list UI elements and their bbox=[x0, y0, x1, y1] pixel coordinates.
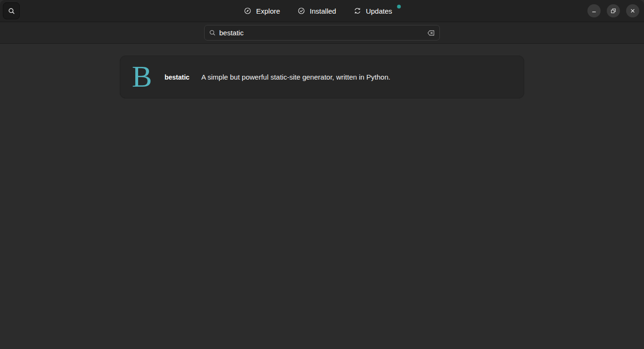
tab-explore[interactable]: Explore bbox=[239, 3, 285, 19]
search-icon bbox=[209, 29, 216, 36]
close-button[interactable] bbox=[626, 4, 639, 17]
tab-installed[interactable]: Installed bbox=[292, 3, 341, 19]
tab-updates[interactable]: Updates bbox=[348, 3, 405, 19]
minimize-icon bbox=[590, 7, 598, 15]
restore-button[interactable] bbox=[607, 4, 620, 17]
app-summary: A simple but powerful static-site genera… bbox=[201, 73, 390, 81]
backspace-icon bbox=[427, 29, 435, 37]
tab-updates-label: Updates bbox=[366, 7, 392, 15]
tab-installed-label: Installed bbox=[310, 7, 336, 15]
search-toggle-button[interactable] bbox=[3, 2, 20, 19]
search-entry[interactable] bbox=[204, 25, 440, 41]
check-circle-icon bbox=[297, 7, 305, 15]
updates-badge-dot bbox=[397, 5, 401, 8]
restore-icon bbox=[610, 7, 617, 15]
search-input[interactable] bbox=[219, 29, 423, 37]
headerbar: Explore Installed bbox=[0, 0, 644, 22]
software-window: Explore Installed bbox=[0, 0, 644, 349]
minimize-button[interactable] bbox=[587, 4, 601, 17]
clear-search-button[interactable] bbox=[427, 29, 435, 37]
tab-explore-label: Explore bbox=[256, 7, 280, 15]
compass-icon bbox=[243, 7, 252, 15]
window-controls bbox=[587, 4, 639, 17]
app-logo: B bbox=[131, 62, 153, 92]
view-switcher: Explore Installed bbox=[239, 0, 405, 22]
refresh-icon bbox=[353, 7, 362, 15]
close-icon bbox=[629, 7, 636, 15]
search-results: B bestatic A simple but powerful static-… bbox=[0, 44, 644, 349]
search-bar-row bbox=[0, 22, 644, 44]
app-name: bestatic bbox=[165, 73, 190, 81]
search-result-bestatic[interactable]: B bestatic A simple but powerful static-… bbox=[120, 56, 524, 98]
search-icon bbox=[8, 7, 16, 15]
